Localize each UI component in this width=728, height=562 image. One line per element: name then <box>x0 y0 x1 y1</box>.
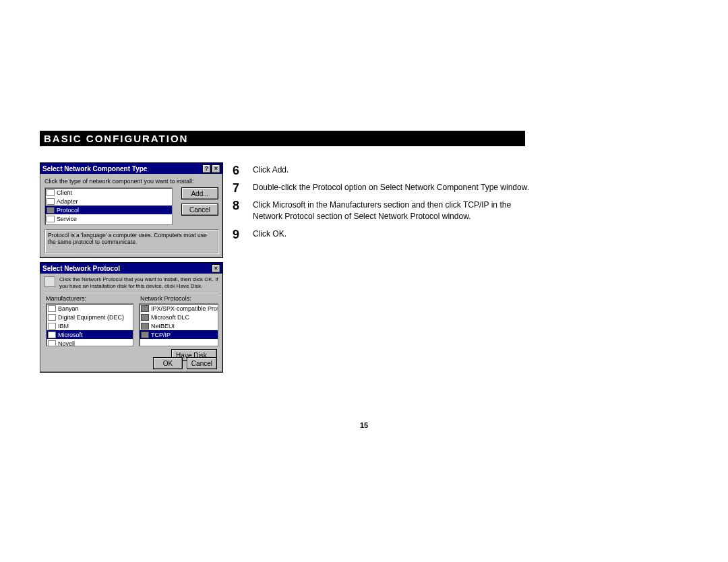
list-item-label: IBM <box>58 323 69 330</box>
dialog-instruction: Click the Network Protocol that you want… <box>59 276 218 289</box>
component-icon <box>47 207 55 214</box>
ok-button-label: OK <box>163 360 173 367</box>
dialog-instruction: Click the type of network component you … <box>44 178 218 185</box>
protocols-listbox[interactable]: IPX/SPX-compatible ProtocolMicrosoft DLC… <box>139 303 218 346</box>
cancel-button[interactable]: Cancel <box>181 204 218 216</box>
list-item-label: Banyan <box>58 305 79 312</box>
section-title: BASIC CONFIGURATION <box>44 133 188 144</box>
list-item[interactable]: IBM <box>47 321 133 330</box>
titlebar: Select Network Protocol × <box>40 263 222 274</box>
protocol-icon <box>141 332 149 338</box>
list-item-label: Novell <box>58 340 75 347</box>
protocols-label: Network Protocols: <box>140 295 191 302</box>
manufacturer-icon <box>48 323 56 330</box>
list-item[interactable]: TCP/IP <box>140 330 218 339</box>
manufacturer-icon <box>48 332 56 338</box>
dialog-select-network-protocol: Select Network Protocol × Click the Netw… <box>40 262 223 373</box>
dialog-title: Select Network Protocol <box>42 265 120 272</box>
list-item[interactable]: Microsoft DLC <box>140 313 218 321</box>
add-button-label: Add... <box>191 190 208 197</box>
list-item[interactable]: Service <box>45 214 172 223</box>
protocol-icon <box>141 314 149 321</box>
step-item: 9Click OK. <box>233 228 529 241</box>
manufacturer-icon <box>48 314 56 321</box>
titlebar: Select Network Component Type ? × <box>40 163 222 174</box>
component-icon <box>47 216 55 222</box>
list-item[interactable]: Client <box>45 188 172 197</box>
page-number: 15 <box>0 421 728 429</box>
list-item[interactable]: NetBEUI <box>140 321 218 330</box>
manufacturers-listbox[interactable]: BanyanDigital Equipment (DEC)IBMMicrosof… <box>46 303 133 346</box>
divider <box>44 292 218 293</box>
protocol-description: Protocol is a 'language' a computer uses… <box>44 229 218 253</box>
cancel-button-label: Cancel <box>189 206 210 214</box>
list-item[interactable]: Adapter <box>45 197 172 206</box>
component-icon <box>47 198 55 205</box>
protocol-icon <box>141 305 149 312</box>
list-item-label: Microsoft DLC <box>151 314 189 321</box>
list-item[interactable]: Digital Equipment (DEC) <box>47 313 133 321</box>
step-item: 6Click Add. <box>233 164 529 177</box>
list-item-label: Protocol <box>57 207 79 214</box>
component-type-listbox[interactable]: ClientAdapterProtocolService <box>44 187 173 225</box>
close-icon[interactable]: × <box>212 164 220 173</box>
ok-button[interactable]: OK <box>153 357 183 369</box>
cancel-button[interactable]: Cancel <box>187 357 217 369</box>
step-text: Click OK. <box>253 228 529 241</box>
step-item: 8Click Microsoft in the Manufacturers se… <box>233 199 529 223</box>
help-icon[interactable]: ? <box>202 164 211 173</box>
manufacturer-icon <box>48 340 56 347</box>
list-item-label: Client <box>57 189 72 196</box>
step-number: 8 <box>233 199 253 223</box>
list-item[interactable]: Banyan <box>47 304 133 313</box>
step-text: Double-click the Protocol option on Sele… <box>253 182 529 194</box>
manufacturer-icon <box>48 305 56 312</box>
dialog-title: Select Network Component Type <box>42 165 147 173</box>
step-text: Click Microsoft in the Manufacturers sec… <box>253 199 529 223</box>
list-item-label: Service <box>57 216 77 222</box>
manufacturers-label: Manufacturers: <box>46 295 86 302</box>
step-item: 7Double-click the Protocol option on Sel… <box>233 182 529 194</box>
list-item[interactable]: Microsoft <box>47 330 133 339</box>
step-number: 7 <box>233 182 253 194</box>
section-banner: BASIC CONFIGURATION <box>40 131 525 146</box>
cancel-button-label: Cancel <box>191 360 212 367</box>
list-item-label: NetBEUI <box>151 323 175 330</box>
dialog-select-network-component-type: Select Network Component Type ? × Click … <box>40 162 223 258</box>
protocol-icon <box>141 323 149 330</box>
list-item[interactable]: IPX/SPX-compatible Protocol <box>140 304 218 313</box>
add-button[interactable]: Add... <box>181 187 218 199</box>
protocol-icon <box>44 276 55 287</box>
step-number: 9 <box>233 228 253 241</box>
list-item-label: Microsoft <box>58 332 83 338</box>
step-text: Click Add. <box>253 164 529 177</box>
list-item-label: Adapter <box>57 198 78 205</box>
list-item-label: TCP/IP <box>151 332 171 338</box>
close-icon[interactable]: × <box>212 264 220 273</box>
list-item[interactable]: Novell <box>47 339 133 346</box>
component-icon <box>47 189 55 196</box>
list-item-label: Digital Equipment (DEC) <box>58 314 124 321</box>
instruction-steps: 6Click Add.7Double-click the Protocol op… <box>233 164 529 246</box>
list-item[interactable]: Protocol <box>45 206 172 214</box>
step-number: 6 <box>233 164 253 177</box>
list-item-label: IPX/SPX-compatible Protocol <box>151 305 218 312</box>
